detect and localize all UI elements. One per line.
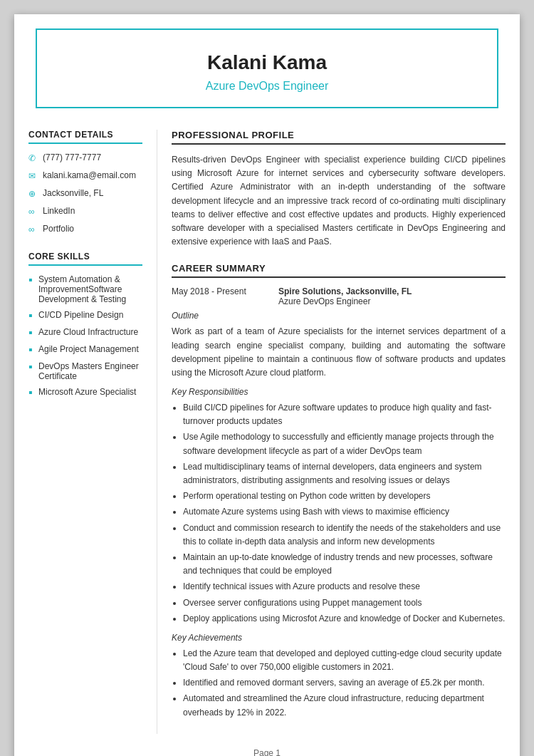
outline-label: Outline — [172, 311, 506, 321]
candidate-title: Azure DevOps Engineer — [66, 80, 468, 93]
contact-phone: ✆ (777) 777-7777 — [28, 152, 142, 163]
body-layout: CONTACT DETAILS ✆ (777) 777-7777 ✉ kalan… — [14, 130, 520, 734]
skill-item: ▪ CI/CD Pipeline Design — [28, 310, 142, 321]
location-icon: ⊕ — [28, 189, 38, 199]
list-item: Conduct and commission research to ident… — [183, 522, 506, 549]
skill-bullet-icon: ▪ — [28, 387, 34, 398]
skills-section: CORE SKILLS ▪ System Automation & Improv… — [28, 252, 142, 398]
phone-text: (777) 777-7777 — [43, 152, 101, 162]
career-company: Spire Solutions, Jacksonville, FL Azure … — [278, 286, 412, 306]
page-number: Page 1 — [14, 748, 520, 756]
career-entry: May 2018 - Present Spire Solutions, Jack… — [172, 286, 506, 720]
skill-text: Azure Cloud Infractructure — [38, 327, 138, 337]
outline-text: Work as part of a team of Azure speciali… — [172, 325, 506, 380]
list-item: Lead multidisciplinary teams of internal… — [183, 460, 506, 487]
profile-section: PROFESSIONAL PROFILE Results-driven DevO… — [172, 130, 506, 249]
skill-bullet-icon: ▪ — [28, 274, 34, 286]
list-item: Led the Azure team that developed and de… — [183, 647, 506, 674]
list-item: Identify technical issues with Azure pro… — [183, 580, 506, 594]
portfolio-icon: ∞ — [28, 224, 38, 234]
responsibilities-label: Key Responsibilities — [172, 387, 506, 397]
skill-bullet-icon: ▪ — [28, 327, 34, 338]
skill-text: Microsoft Azure Specialist — [38, 387, 136, 397]
main-content: PROFESSIONAL PROFILE Results-driven DevO… — [157, 130, 506, 734]
header-section: Kalani Kama Azure DevOps Engineer — [36, 29, 498, 108]
list-item: Maintain an up-to-date knowledge of indu… — [183, 551, 506, 578]
career-role: Azure DevOps Engineer — [278, 296, 370, 306]
candidate-name: Kalani Kama — [66, 51, 468, 74]
skill-item: ▪ DevOps Masters Engineer Certificate — [28, 361, 142, 381]
skill-text: Agile Project Management — [38, 344, 139, 354]
email-text: kalani.kama@email.com — [43, 170, 136, 180]
list-item: Automate Azure systems using Bash with v… — [183, 505, 506, 519]
sidebar: CONTACT DETAILS ✆ (777) 777-7777 ✉ kalan… — [28, 130, 157, 734]
list-item: Deploy applications using Microsfot Azur… — [183, 612, 506, 626]
contact-section-title: CONTACT DETAILS — [28, 130, 142, 144]
skill-item: ▪ Agile Project Management — [28, 344, 142, 356]
list-item: Build CI/CD pipelines for Azure software… — [183, 401, 506, 428]
skill-item: ▪ System Automation & ImprovementSoftwar… — [28, 274, 142, 304]
skill-bullet-icon: ▪ — [28, 310, 34, 321]
responsibilities-list: Build CI/CD pipelines for Azure software… — [172, 401, 506, 626]
linkedin-icon: ∞ — [28, 207, 38, 217]
skills-section-title: CORE SKILLS — [28, 252, 142, 266]
list-item: Use Agile methodology to successfully an… — [183, 430, 506, 457]
company-name: Spire Solutions, Jacksonville, FL — [278, 286, 412, 296]
skill-text: System Automation & ImprovementSoftware … — [38, 274, 142, 304]
skill-text: DevOps Masters Engineer Certificate — [38, 361, 142, 381]
career-section: CAREER SUMMARY May 2018 - Present Spire … — [172, 263, 506, 720]
contact-location: ⊕ Jacksonville, FL — [28, 188, 142, 199]
profile-section-title: PROFESSIONAL PROFILE — [172, 130, 506, 145]
skill-text: CI/CD Pipeline Design — [38, 310, 123, 320]
resume-page: Kalani Kama Azure DevOps Engineer CONTAC… — [14, 14, 520, 756]
career-section-title: CAREER SUMMARY — [172, 263, 506, 278]
skill-bullet-icon: ▪ — [28, 361, 34, 373]
career-entry-header: May 2018 - Present Spire Solutions, Jack… — [172, 286, 506, 306]
list-item: Automated and streamlined the Azure clou… — [183, 692, 506, 719]
contact-portfolio[interactable]: ∞ Portfolio — [28, 224, 142, 234]
email-icon: ✉ — [28, 171, 38, 181]
skill-item: ▪ Azure Cloud Infractructure — [28, 327, 142, 338]
contact-section: CONTACT DETAILS ✆ (777) 777-7777 ✉ kalan… — [28, 130, 142, 234]
contact-email: ✉ kalani.kama@email.com — [28, 170, 142, 181]
achievements-list: Led the Azure team that developed and de… — [172, 647, 506, 720]
career-dates: May 2018 - Present — [172, 286, 264, 306]
list-item: Perform operational testing on Python co… — [183, 490, 506, 503]
contact-linkedin[interactable]: ∞ LinkedIn — [28, 206, 142, 217]
linkedin-text: LinkedIn — [43, 206, 75, 216]
portfolio-text: Portfolio — [43, 224, 74, 234]
achievements-label: Key Achievements — [172, 633, 506, 643]
skill-item: ▪ Microsoft Azure Specialist — [28, 387, 142, 398]
list-item: Identified and removed dormant servers, … — [183, 676, 506, 690]
profile-text: Results-driven DevOps Engineer with spec… — [172, 153, 506, 249]
phone-icon: ✆ — [28, 153, 38, 163]
location-text: Jacksonville, FL — [43, 188, 103, 198]
list-item: Oversee server configurations using Pupp… — [183, 596, 506, 610]
skill-bullet-icon: ▪ — [28, 344, 34, 356]
